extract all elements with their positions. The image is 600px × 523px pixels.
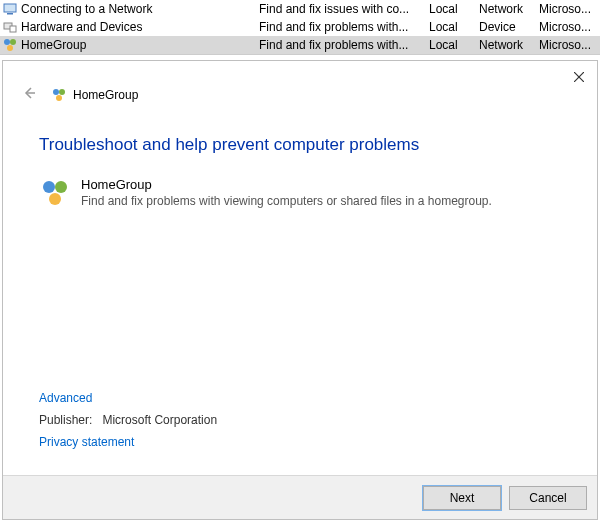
row-category: Network	[479, 2, 539, 16]
item-name: HomeGroup	[81, 177, 492, 193]
svg-point-14	[55, 181, 67, 193]
privacy-link[interactable]: Privacy statement	[39, 435, 217, 449]
svg-point-15	[49, 193, 61, 205]
row-name: Hardware and Devices	[21, 20, 259, 34]
svg-point-4	[4, 39, 10, 45]
row-desc: Find and fix problems with...	[259, 38, 429, 52]
homegroup-icon	[2, 37, 18, 53]
row-name: Connecting to a Network	[21, 2, 259, 16]
svg-point-11	[59, 89, 65, 95]
publisher-label: Publisher:	[39, 413, 92, 427]
cancel-button[interactable]: Cancel	[509, 486, 587, 510]
svg-point-12	[56, 95, 62, 101]
row-location: Local	[429, 2, 479, 16]
row-publisher: Microso...	[539, 2, 594, 16]
dialog-footer: Next Cancel	[3, 475, 597, 519]
svg-point-10	[53, 89, 59, 95]
close-button[interactable]	[569, 67, 589, 87]
list-row[interactable]: Connecting to a Network Find and fix iss…	[0, 0, 600, 18]
dialog-header: HomeGroup	[3, 61, 597, 105]
advanced-link[interactable]: Advanced	[39, 391, 217, 405]
troubleshooter-item[interactable]: HomeGroup Find and fix problems with vie…	[39, 177, 561, 209]
homegroup-icon	[51, 87, 67, 103]
row-location: Local	[429, 38, 479, 52]
svg-rect-1	[7, 13, 13, 15]
next-button[interactable]: Next	[423, 486, 501, 510]
row-category: Device	[479, 20, 539, 34]
row-location: Local	[429, 20, 479, 34]
breadcrumb: HomeGroup	[73, 88, 138, 102]
network-icon	[2, 1, 18, 17]
dialog-lower: Advanced Publisher: Microsoft Corporatio…	[39, 387, 217, 453]
row-name: HomeGroup	[21, 38, 259, 52]
publisher-value: Microsoft Corporation	[102, 413, 217, 427]
list-row[interactable]: HomeGroup Find and fix problems with... …	[0, 36, 600, 54]
svg-point-5	[10, 39, 16, 45]
svg-rect-0	[4, 4, 16, 12]
publisher-row: Publisher: Microsoft Corporation	[39, 413, 217, 427]
row-category: Network	[479, 38, 539, 52]
troubleshooter-dialog: HomeGroup Troubleshoot and help prevent …	[2, 60, 598, 520]
row-publisher: Microso...	[539, 20, 594, 34]
page-title: Troubleshoot and help prevent computer p…	[39, 135, 561, 155]
back-arrow-icon[interactable]	[21, 85, 37, 105]
row-publisher: Microso...	[539, 38, 594, 52]
svg-point-13	[43, 181, 55, 193]
row-desc: Find and fix problems with...	[259, 20, 429, 34]
svg-point-6	[7, 45, 13, 51]
dialog-body: Troubleshoot and help prevent computer p…	[3, 105, 597, 209]
homegroup-icon	[39, 177, 71, 209]
list-row[interactable]: Hardware and Devices Find and fix proble…	[0, 18, 600, 36]
troubleshooter-list: Connecting to a Network Find and fix iss…	[0, 0, 600, 55]
device-icon	[2, 19, 18, 35]
item-desc: Find and fix problems with viewing compu…	[81, 194, 492, 208]
row-desc: Find and fix issues with co...	[259, 2, 429, 16]
svg-rect-3	[10, 26, 16, 32]
